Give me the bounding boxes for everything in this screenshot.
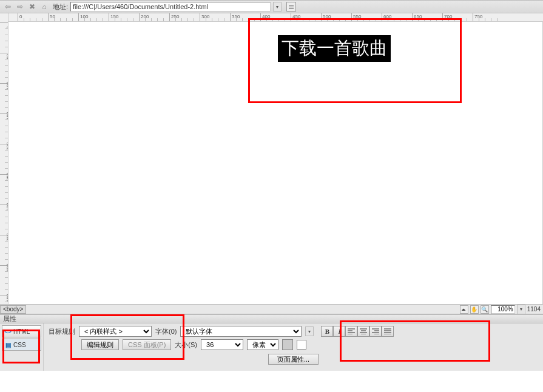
size-select[interactable]: 36 — [201, 339, 243, 350]
tab-html[interactable]: <> HTML — [2, 325, 41, 337]
format-group: B I — [321, 326, 394, 337]
page-properties-button[interactable]: 页面属性... — [268, 354, 319, 365]
pointer-tool-icon[interactable]: ⏶ — [460, 305, 468, 314]
font-label: 字体(0) — [155, 327, 177, 336]
tab-css[interactable]: ▤ CSS — [2, 339, 41, 351]
address-dropdown-icon[interactable]: ▾ — [273, 2, 282, 12]
nav-forward-icon[interactable]: ⇨ — [15, 2, 25, 12]
italic-button[interactable]: I — [333, 326, 345, 337]
zoom-dropdown-icon[interactable]: ▾ — [517, 305, 525, 314]
font-select[interactable]: 默认字体 — [180, 326, 302, 337]
tab-html-label: HTML — [13, 328, 30, 335]
address-bar: ⇦ ⇨ ✖ ⌂ 地址: ▾ — [0, 0, 543, 13]
stop-icon[interactable]: ✖ — [27, 2, 37, 12]
list-view-icon[interactable] — [286, 2, 296, 12]
color-swatch[interactable] — [282, 339, 293, 350]
align-justify-button[interactable] — [382, 326, 394, 337]
secondary-swatch[interactable] — [297, 340, 306, 350]
align-left-button[interactable] — [345, 326, 357, 337]
home-icon[interactable]: ⌂ — [39, 2, 49, 12]
properties-tabs: <> HTML ▤ CSS — [0, 323, 44, 371]
css-icon: ▤ — [4, 341, 12, 348]
html-icon: <> — [4, 328, 12, 335]
size-label: 大小(S) — [175, 340, 197, 350]
align-center-button[interactable] — [357, 326, 369, 337]
css-panel-button[interactable]: CSS 面板(P) — [123, 339, 171, 350]
tab-css-label: CSS — [13, 342, 26, 348]
address-input[interactable] — [70, 2, 271, 12]
zoom-input[interactable] — [491, 305, 515, 314]
properties-title: 属性 — [0, 314, 543, 323]
canvas-dim-label: 1104 — [527, 306, 541, 313]
hand-tool-icon[interactable]: ✋ — [470, 305, 479, 314]
zoom-tool-icon[interactable]: 🔍 — [481, 305, 489, 314]
font-dropdown-icon[interactable]: ▾ — [305, 326, 314, 336]
unit-select[interactable]: 像素( — [247, 339, 278, 350]
design-canvas[interactable]: 下载一首歌曲 — [8, 22, 543, 304]
properties-panel: <> HTML ▤ CSS 目标规则 < 内联样式 > 字体(0) 默认字体 ▾ — [0, 323, 543, 371]
tag-selector-bar: <body> ⏶ ✋ 🔍 ▾ 1104 — [0, 304, 543, 314]
annotation-box-canvas — [248, 18, 462, 103]
edit-rule-button[interactable]: 编辑规则 — [81, 339, 119, 350]
target-rule-select[interactable]: < 内联样式 > — [79, 326, 152, 337]
bold-button[interactable]: B — [321, 326, 333, 337]
address-label: 地址: — [53, 2, 68, 12]
vertical-ruler: 050100150200250300350400450 — [0, 13, 8, 304]
target-rule-label: 目标规则 — [49, 327, 75, 336]
bottom-blank — [0, 371, 543, 392]
work-area: 050100150200250300350400450 050100150200… — [0, 13, 543, 304]
nav-back-icon[interactable]: ⇦ — [3, 2, 13, 12]
tag-body[interactable]: <body> — [0, 305, 26, 314]
align-right-button[interactable] — [369, 326, 382, 337]
